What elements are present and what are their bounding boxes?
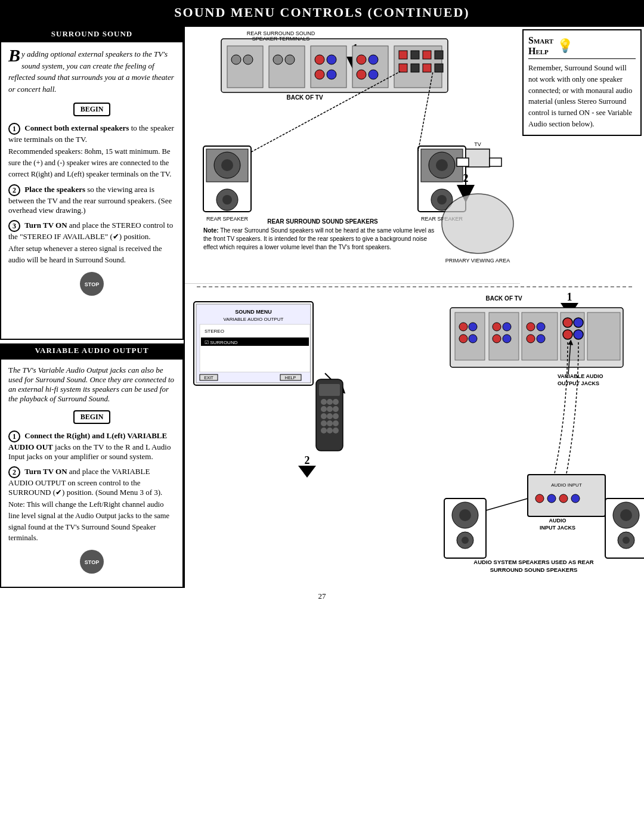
svg-rect-12 (352, 46, 388, 88)
smart-help-text: Remember, Surround Sound will not work w… (528, 63, 636, 130)
svg-point-106 (503, 323, 511, 331)
svg-point-110 (537, 323, 545, 331)
svg-point-80 (333, 406, 339, 412)
svg-point-81 (321, 413, 327, 419)
diagram-top-svg: REAR SURROUND SOUND SPEAKER TERMINALS 1 (185, 27, 520, 283)
section-divider (197, 286, 632, 287)
svg-point-130 (459, 509, 471, 521)
svg-point-87 (321, 428, 327, 433)
svg-point-102 (469, 323, 477, 331)
begin-button-variable[interactable]: BEGIN (73, 410, 111, 424)
svg-text:STOP: STOP (85, 281, 99, 287)
svg-rect-59 (490, 158, 501, 166)
svg-point-101 (459, 323, 467, 331)
svg-point-108 (503, 335, 511, 343)
svg-rect-32 (423, 64, 431, 72)
svg-text:BACK OF TV: BACK OF TV (286, 94, 323, 101)
svg-point-40 (222, 195, 232, 205)
smart-text: Smart Help (528, 35, 553, 56)
svg-point-112 (537, 335, 545, 343)
variable-step-1: 1 Connect the R(ight) and L(eft) VARIABL… (8, 431, 175, 462)
svg-point-20 (315, 70, 324, 79)
lightbulb-icon: 💡 (557, 36, 573, 55)
surround-intro: By adding optional external speakers to … (8, 48, 175, 95)
svg-text:VARIABLE AUDIO: VARIABLE AUDIO (558, 373, 603, 379)
page-title: Sound Menu Controls (Continued) (0, 0, 644, 27)
svg-rect-30 (399, 64, 407, 72)
svg-text:STEREO: STEREO (205, 329, 224, 334)
svg-point-47 (437, 195, 447, 205)
svg-rect-55 (466, 149, 490, 167)
surround-sound-section: By adding optional external speakers to … (0, 41, 184, 340)
svg-point-45 (436, 159, 448, 171)
svg-text:☑ SURROUND: ☑ SURROUND (205, 340, 238, 345)
svg-point-135 (620, 509, 632, 521)
svg-point-25 (369, 70, 378, 79)
svg-point-109 (527, 323, 535, 331)
stop-icon-variable: STOP (79, 549, 105, 575)
svg-point-88 (327, 428, 333, 433)
svg-text:REAR SPEAKER: REAR SPEAKER (206, 216, 249, 222)
svg-rect-28 (423, 51, 431, 59)
svg-text:2: 2 (463, 172, 469, 184)
svg-text:TV: TV (474, 141, 481, 147)
diagram-bottom: SOUND MENU VARIABLE AUDIO OUTPUT STEREO … (185, 290, 644, 588)
svg-point-125 (571, 494, 580, 503)
svg-text:1: 1 (567, 291, 572, 303)
svg-point-19 (327, 55, 336, 64)
page-number: 27 (0, 588, 644, 605)
svg-point-76 (327, 399, 333, 405)
svg-point-38 (221, 159, 233, 171)
svg-text:EXIT: EXIT (204, 376, 213, 380)
svg-text:AUDIO: AUDIO (549, 518, 566, 524)
variable-step-2: 2 Turn TV ON and place the VARIABLE AUDI… (8, 466, 175, 544)
svg-rect-31 (411, 64, 419, 72)
smart-help-box: Smart Help 💡 Remember, Surround Sound wi… (522, 29, 642, 136)
svg-point-78 (321, 406, 327, 412)
svg-rect-9 (227, 46, 263, 88)
svg-point-15 (243, 55, 253, 64)
svg-point-75 (321, 399, 327, 405)
svg-text:AUDIO INPUT: AUDIO INPUT (551, 482, 582, 488)
svg-point-79 (327, 406, 333, 412)
surround-step-3: 3 Turn TV ON and place the STEREO contro… (8, 220, 175, 266)
svg-point-84 (321, 420, 327, 426)
svg-text:VARIABLE AUDIO OUTPUT: VARIABLE AUDIO OUTPUT (224, 317, 284, 322)
svg-text:PRIMARY VIEWING AREA: PRIMARY VIEWING AREA (445, 258, 510, 264)
svg-point-116 (574, 330, 583, 339)
svg-point-103 (459, 335, 467, 343)
svg-point-82 (327, 413, 333, 419)
svg-point-77 (333, 399, 339, 405)
begin-button-surround[interactable]: BEGIN (73, 103, 111, 116)
svg-text:SURROUND SOUND SPEAKERS: SURROUND SOUND SPEAKERS (490, 566, 578, 573)
svg-point-132 (462, 537, 469, 544)
svg-point-124 (559, 494, 568, 503)
svg-point-86 (333, 420, 339, 426)
svg-point-137 (623, 537, 630, 544)
svg-rect-27 (411, 51, 419, 59)
svg-marker-91 (298, 466, 316, 478)
svg-rect-74 (319, 384, 340, 396)
variable-audio-section: The TV's Variable Audio Output jacks can… (0, 358, 184, 588)
variable-audio-header: Variable Audio Output (0, 343, 184, 358)
left-column: Surround Sound By adding optional extern… (0, 27, 185, 588)
stop-icon-surround: STOP (79, 271, 105, 297)
svg-text:OUTPUT JACKS: OUTPUT JACKS (558, 380, 599, 386)
surround-step-1: 1 Connect both external speakers to the … (8, 123, 175, 179)
diagram-bottom-svg: SOUND MENU VARIABLE AUDIO OUTPUT STEREO … (185, 290, 644, 588)
svg-point-24 (357, 70, 366, 79)
surround-sound-header: Surround Sound (0, 27, 184, 41)
svg-point-18 (315, 55, 324, 64)
svg-text:SOUND MENU: SOUND MENU (235, 309, 272, 315)
svg-point-114 (574, 318, 583, 327)
right-section: REAR SURROUND SOUND SPEAKER TERMINALS 1 (185, 27, 644, 588)
svg-rect-29 (435, 51, 443, 59)
svg-text:2: 2 (305, 454, 310, 466)
svg-rect-58 (457, 158, 469, 166)
top-right-area: REAR SURROUND SOUND SPEAKER TERMINALS 1 (185, 27, 644, 284)
svg-text:HELP: HELP (285, 376, 296, 380)
svg-text:REAR SURROUND SOUND SPEAKERS: REAR SURROUND SOUND SPEAKERS (267, 218, 378, 225)
svg-point-113 (563, 318, 572, 327)
svg-point-89 (333, 428, 339, 433)
svg-rect-10 (269, 46, 305, 88)
